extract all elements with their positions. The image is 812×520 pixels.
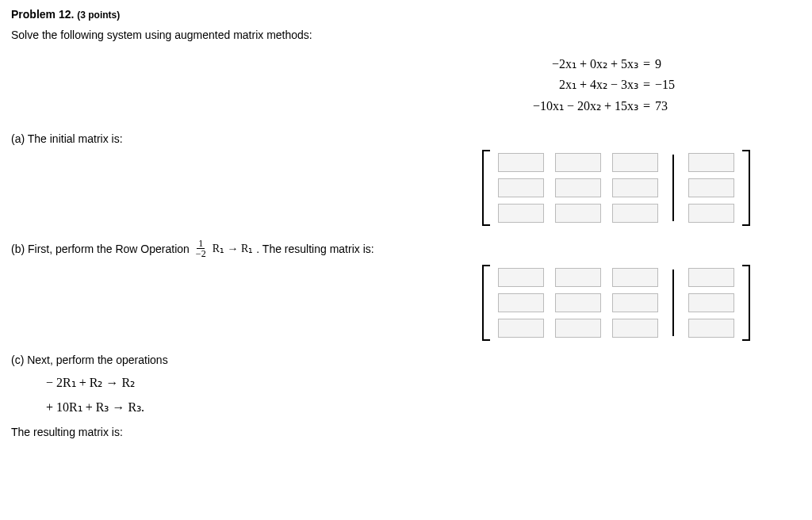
matrix-b-r1c4[interactable]	[688, 268, 734, 287]
part-c-result-label: The resulting matrix is:	[11, 426, 801, 438]
part-b-suffix: . The resulting matrix is:	[256, 243, 373, 255]
matrix-a-r1c3[interactable]	[612, 153, 658, 172]
matrix-a-r1c1[interactable]	[498, 153, 544, 172]
part-b-prefix: (b) First, perform the Row Operation	[11, 243, 190, 255]
matrix-a-r2c3[interactable]	[612, 178, 658, 197]
bracket-left-icon	[479, 150, 493, 226]
matrix-b-r2c2[interactable]	[555, 293, 601, 312]
matrix-b-r3c1[interactable]	[498, 319, 544, 338]
part-a-label: (a) The initial matrix is:	[11, 132, 801, 145]
equation-3: −10x₁ − 20x₂ + 15x₃ = 73	[352, 96, 685, 117]
matrix-b-r2c3[interactable]	[612, 293, 658, 312]
part-c-operations: − 2R₁ + R₂ → R₂ + 10R₁ + R₃ → R₃.	[46, 371, 801, 419]
augment-bar-icon	[672, 270, 674, 336]
fraction-icon: 1 −2	[194, 239, 208, 258]
matrix-a-r3c3[interactable]	[612, 204, 658, 223]
matrix-a-r2c1[interactable]	[498, 178, 544, 197]
matrix-a-r2c4[interactable]	[688, 178, 734, 197]
part-b-label: (b) First, perform the Row Operation 1 −…	[11, 239, 801, 258]
bracket-right-icon	[739, 265, 753, 341]
matrix-b-r3c4[interactable]	[688, 319, 734, 338]
problem-instruction: Solve the following system using augment…	[11, 29, 801, 41]
matrix-a-r2c2[interactable]	[555, 178, 601, 197]
problem-points: (3 points)	[77, 10, 120, 21]
part-c-op2: + 10R₁ + R₃ → R₃.	[46, 396, 801, 419]
part-c-op1: − 2R₁ + R₂ → R₂	[46, 371, 801, 395]
matrix-a-r3c2[interactable]	[555, 204, 601, 223]
problem-number: Problem 12.	[11, 8, 74, 21]
equation-system: −2x₁ + 0x₂ + 5x₃ = 9 2x₁ + 4x₂ − 3x₃ = −…	[352, 54, 685, 117]
matrix-a-r1c2[interactable]	[555, 153, 601, 172]
bracket-left-icon	[479, 265, 493, 341]
matrix-a-r1c4[interactable]	[688, 153, 734, 172]
matrix-b-r3c3[interactable]	[612, 319, 658, 338]
matrix-b-r1c3[interactable]	[612, 268, 658, 287]
matrix-a-r3c4[interactable]	[688, 204, 734, 223]
equation-2: 2x₁ + 4x₂ − 3x₃ = −15	[352, 75, 685, 95]
bracket-right-icon	[739, 150, 753, 226]
matrix-b-r3c2[interactable]	[555, 319, 601, 338]
matrix-b	[11, 265, 801, 341]
matrix-a	[11, 150, 801, 226]
matrix-b-r1c2[interactable]	[555, 268, 601, 287]
matrix-b-r2c4[interactable]	[688, 293, 734, 312]
augment-bar-icon	[672, 155, 674, 221]
matrix-a-r3c1[interactable]	[498, 204, 544, 223]
part-c-label: (c) Next, perform the operations	[11, 354, 801, 366]
problem-title: Problem 12. (3 points)	[11, 8, 801, 21]
matrix-b-r1c1[interactable]	[498, 268, 544, 287]
part-b-operation: R₁ → R₁	[213, 242, 254, 255]
matrix-b-r2c1[interactable]	[498, 293, 544, 312]
equation-1: −2x₁ + 0x₂ + 5x₃ = 9	[352, 54, 685, 75]
